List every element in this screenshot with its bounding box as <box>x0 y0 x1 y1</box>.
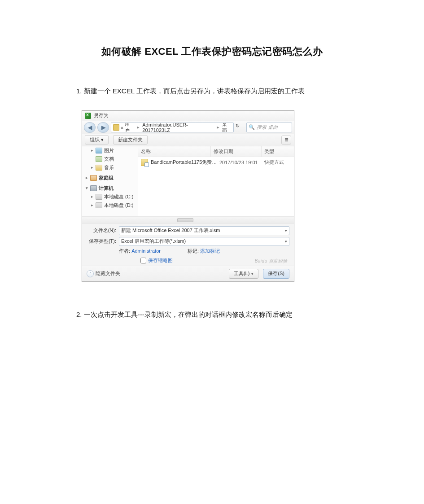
nav-disk-d[interactable]: ▸本地磁盘 (D:) <box>82 201 138 210</box>
nav-disk-c[interactable]: ▸本地磁盘 (C:) <box>82 193 138 201</box>
tags-field: 标记: 添加标记 <box>188 248 220 254</box>
watermark-text: Baidu 百度经验 <box>255 258 288 264</box>
view-button[interactable]: ≣ <box>281 136 291 145</box>
file-pane: 名称 修改日期 类型 BandicamPortable1175免费版 - 快捷.… <box>138 146 294 216</box>
chevron-down-icon: ▾ <box>251 272 254 276</box>
file-columns: 名称 修改日期 类型 <box>138 146 294 157</box>
horizontal-scrollbar[interactable] <box>82 216 294 223</box>
step-2-text: 2. 一次点击开发工具---录制新宏，在弹出的对话框内修改宏名称而后确定 <box>76 309 348 320</box>
file-row[interactable]: BandicamPortable1175免费版 - 快捷... 2017/10/… <box>138 157 294 168</box>
step-1-text: 1. 新建一个 EXCEL 工作表，而后点击另存为，讲表格保存为启用宏的工作表 <box>76 85 348 97</box>
save-button[interactable]: 保存(S) <box>263 269 289 279</box>
shortcut-icon <box>141 159 148 166</box>
back-button[interactable]: ◀ <box>84 122 96 133</box>
nav-pictures[interactable]: ▸图片 <box>82 146 138 155</box>
savetype-select[interactable]: Excel 启用宏的工作簿(*.xlsm) ▾ <box>119 237 289 246</box>
savetype-value: Excel 启用宏的工作簿(*.xlsm) <box>121 238 186 245</box>
tags-value[interactable]: 添加标记 <box>200 248 220 254</box>
nav-tree[interactable]: ▸图片 文档 ▸音乐 ▸家庭组 ▾计算机 ▸本地磁盘 (C:) ▸本地磁盘 (D… <box>82 146 138 216</box>
save-as-dialog: 另存为 ◀ ▶ « 用户 ▸ Administrator.USER-201710… <box>82 110 294 282</box>
file-type: 快捷方式 <box>264 159 291 166</box>
breadcrumb-user[interactable]: Administrator.USER-20171023LZ <box>142 123 214 132</box>
hide-folders-toggle[interactable]: ˄ 隐藏文件夹 <box>87 270 120 277</box>
page-title: 如何破解 EXCEL 工作表保护密码忘记密码怎么办 <box>76 45 348 58</box>
dialog-toolbar: 组织 ▾ 新建文件夹 ≣ <box>82 134 294 146</box>
nav-music[interactable]: ▸音乐 <box>82 163 138 172</box>
breadcrumb-sep-icon: ▸ <box>136 124 141 130</box>
search-placeholder: 搜索 桌面 <box>257 124 278 131</box>
breadcrumb-sep-icon: ▸ <box>215 124 221 130</box>
search-input[interactable]: 🔍 搜索 桌面 <box>246 123 292 132</box>
address-row: ◀ ▶ « 用户 ▸ Administrator.USER-20171023LZ… <box>82 121 294 134</box>
chevron-up-icon: ˄ <box>87 270 94 277</box>
new-folder-button[interactable]: 新建文件夹 <box>113 135 148 145</box>
nav-computer[interactable]: ▾计算机 <box>82 184 138 193</box>
breadcrumb-leaf[interactable]: 桌面 <box>222 123 232 132</box>
organize-button[interactable]: 组织 ▾ <box>85 135 109 145</box>
dialog-titlebar: 另存为 <box>82 111 294 121</box>
col-type[interactable]: 类型 <box>262 146 294 157</box>
refresh-button[interactable]: ↻ <box>236 123 245 132</box>
dialog-footer: ˄ 隐藏文件夹 工具(L)▾ 保存(S) <box>82 266 294 281</box>
col-name[interactable]: 名称 <box>138 146 211 157</box>
tools-button[interactable]: 工具(L)▾ <box>229 269 258 279</box>
author-value[interactable]: Administrator <box>131 248 161 254</box>
excel-icon <box>85 113 91 119</box>
savetype-label: 保存类型(T): <box>87 238 116 245</box>
breadcrumb-users[interactable]: 用户 <box>125 123 134 132</box>
dialog-title: 另存为 <box>94 112 109 119</box>
nav-documents[interactable]: 文档 <box>82 155 138 163</box>
breadcrumb-root: « <box>121 125 123 130</box>
author-field: 作者: Administrator <box>119 248 161 254</box>
chevron-down-icon: ▾ <box>285 228 287 233</box>
forward-button[interactable]: ▶ <box>97 122 109 133</box>
save-thumbnail-label: 保存缩略图 <box>148 257 173 264</box>
folder-icon <box>113 124 119 131</box>
chevron-down-icon: ▾ <box>285 239 287 244</box>
search-icon: 🔍 <box>249 124 255 130</box>
col-modified[interactable]: 修改日期 <box>211 146 262 157</box>
filename-input[interactable]: 新建 Microsoft Office Excel 2007 工作表.xlsm … <box>119 226 289 235</box>
breadcrumb-bar[interactable]: « 用户 ▸ Administrator.USER-20171023LZ ▸ 桌… <box>111 123 234 132</box>
save-thumbnail-checkbox[interactable] <box>140 258 146 263</box>
file-name: BandicamPortable1175免费版 - 快捷... <box>151 159 219 166</box>
filename-value: 新建 Microsoft Office Excel 2007 工作表.xlsm <box>121 227 220 234</box>
nav-homegroup[interactable]: ▸家庭组 <box>82 174 138 182</box>
filename-label: 文件名(N): <box>87 227 116 234</box>
file-date: 2017/10/23 19:01 <box>219 160 264 165</box>
